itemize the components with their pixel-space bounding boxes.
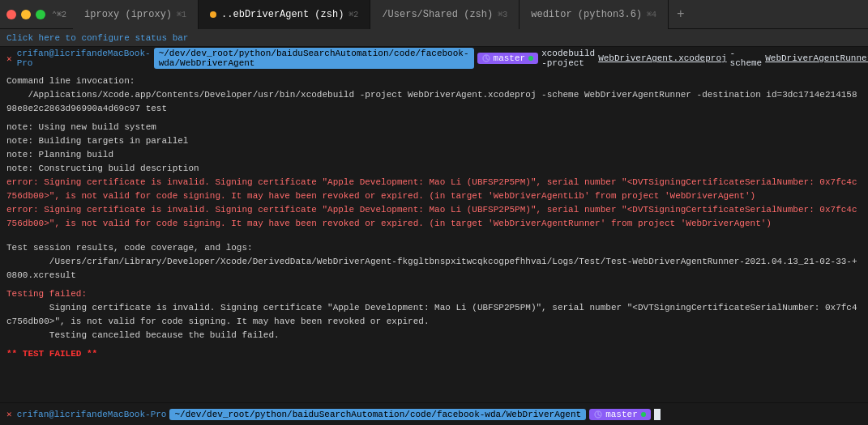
terminal-line-1: Command line invocation:	[6, 74, 862, 88]
tab-webdriveragent-shortcut: ⌘2	[348, 10, 358, 19]
top-prompt-row: ✕ crifan@licrifandeMacBook-Pro ~/dev/dev…	[0, 47, 868, 70]
bottom-prompt-row: ✕ crifan@licrifandeMacBook-Pro ~/dev/dev…	[0, 402, 868, 425]
prompt-path: ~/dev/dev_root/python/baiduSearchAutomat…	[154, 48, 474, 69]
terminal-test-failed-banner: ** TEST FAILED **	[6, 347, 862, 361]
bottom-prompt-error-icon: ✕	[6, 409, 12, 419]
terminal-cancelled: Testing cancelled because the build fail…	[6, 329, 862, 342]
tab-weditor-shortcut: ⌘4	[647, 10, 656, 19]
prompt-user: crifan@licrifandeMacBook-Pro	[17, 49, 151, 68]
terminal-cert-invalid: Signing certificate is invalid. Signing …	[6, 301, 862, 329]
branch-name: master	[494, 53, 526, 63]
terminal-testing-failed: Testing failed:	[6, 287, 862, 301]
close-button[interactable]	[6, 10, 16, 19]
terminal-note-2: note: Building targets in parallel	[6, 134, 862, 148]
title-bar: ⌃⌘2 iproxy (iproxy) ⌘1 ..ebDriverAgent (…	[0, 0, 868, 29]
status-bar-configure-text[interactable]: Click here to configure status bar	[6, 33, 188, 43]
branch-dot	[528, 56, 533, 61]
new-tab-button[interactable]: +	[669, 7, 693, 22]
terminal-note-4: note: Constructing build description	[6, 162, 862, 176]
window-shortcut: ⌃⌘2	[52, 10, 66, 19]
terminal-output: Command line invocation: /Applications/X…	[0, 70, 868, 402]
branch-icon	[482, 54, 490, 62]
terminal-line-2: /Applications/Xcode.app/Contents/Develop…	[6, 88, 862, 116]
terminal-error-1: error: Signing certificate is invalid. S…	[6, 176, 862, 203]
prompt-cmd-scheme: -scheme	[730, 49, 763, 68]
prompt-cmd-xcodeproj: WebDriverAgent.xcodeproj	[598, 53, 726, 63]
tab-webdriveragent-label: ..ebDriverAgent (zsh)	[221, 9, 344, 20]
terminal-test-results: Test session results, code coverage, and…	[6, 241, 862, 255]
tab-shared-label: /Users/Shared (zsh)	[382, 9, 493, 20]
tab-iproxy[interactable]: iproxy (iproxy) ⌘1	[73, 0, 199, 29]
tab-shared[interactable]: /Users/Shared (zsh) ⌘3	[370, 0, 520, 29]
tab-weditor[interactable]: weditor (python3.6) ⌘4	[520, 0, 669, 29]
tab-shared-shortcut: ⌘3	[498, 10, 507, 19]
terminal-log-path: /Users/crifan/Library/Developer/Xcode/De…	[6, 255, 862, 283]
tab-webdriveragent-dot	[210, 11, 216, 18]
terminal-note-1: note: Using new build system	[6, 121, 862, 134]
terminal-note-3: note: Planning build	[6, 148, 862, 162]
bottom-prompt-path: ~/dev/dev_root/python/baiduSearchAutomat…	[169, 409, 586, 420]
terminal-error-2: error: Signing certificate is invalid. S…	[6, 203, 862, 231]
tab-iproxy-shortcut: ⌘1	[177, 10, 186, 19]
minimize-button[interactable]	[21, 10, 31, 19]
bottom-branch-dot	[641, 412, 646, 417]
tab-weditor-label: weditor (python3.6)	[531, 9, 642, 20]
prompt-cmd-xcodebuild: xcodebuild -project	[541, 49, 595, 68]
tab-iproxy-label: iproxy (iproxy)	[84, 9, 172, 20]
prompt-error-icon: ✕	[6, 53, 12, 64]
bottom-branch-name: master	[605, 410, 638, 419]
terminal-cursor	[654, 409, 661, 420]
prompt-branch: master	[477, 53, 539, 64]
maximize-button[interactable]	[36, 10, 45, 19]
tabs-container: iproxy (iproxy) ⌘1 ..ebDriverAgent (zsh)…	[73, 0, 868, 29]
bottom-prompt-branch: master	[589, 409, 651, 420]
bottom-prompt-user: crifan@licrifandeMacBook-Pro	[17, 410, 167, 419]
bottom-branch-icon	[594, 410, 602, 419]
traffic-lights	[0, 10, 52, 19]
tab-webdriveragent[interactable]: ..ebDriverAgent (zsh) ⌘2	[199, 0, 370, 29]
status-bar-row[interactable]: Click here to configure status bar	[0, 29, 868, 47]
prompt-cmd-runner: WebDriverAgentRunner	[765, 53, 868, 63]
